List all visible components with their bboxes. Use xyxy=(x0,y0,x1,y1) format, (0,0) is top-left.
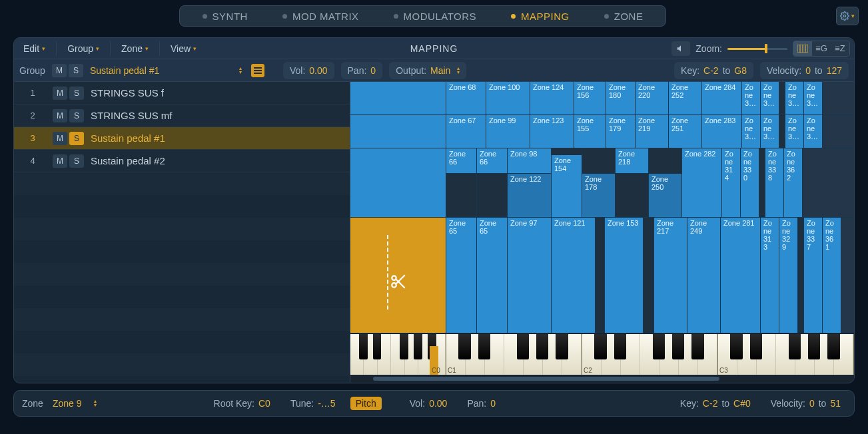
view-menu[interactable]: View▾ xyxy=(165,40,202,57)
zone-cell[interactable]: Zone 179 xyxy=(606,115,636,148)
tab-synth[interactable]: SYNTH xyxy=(185,6,265,26)
group-row[interactable]: 2 MS STRINGS SUS mf xyxy=(14,105,350,127)
zone-cell[interactable]: Zone 178 xyxy=(582,174,616,217)
vol-value[interactable]: 0.00 xyxy=(309,65,327,76)
tab-modulators[interactable]: MODULATORS xyxy=(376,6,494,26)
zone-cell[interactable]: Zone 156 xyxy=(574,82,606,114)
zone-cell[interactable]: Zo ne 3… xyxy=(785,115,804,148)
zone-cell[interactable]: Zone 282 xyxy=(682,148,722,217)
zone-vol-value[interactable]: 0.00 xyxy=(429,398,447,409)
zone-cell[interactable]: Zone 249 xyxy=(687,218,721,333)
group-solo-button[interactable]: S xyxy=(69,64,83,77)
group-row[interactable]: 3 MS Sustain pedal #1 xyxy=(14,127,350,150)
zone-cell[interactable]: Zo ne 33 0 xyxy=(741,148,759,217)
solo-button[interactable]: S xyxy=(69,109,84,122)
group-row[interactable]: 1 MS STRINGS SUS f xyxy=(14,82,350,105)
zone-cell[interactable]: Zone 250 xyxy=(649,174,682,217)
zone-cell[interactable]: Zone 220 xyxy=(636,82,669,114)
mute-button[interactable]: M xyxy=(53,109,67,122)
zone-cell[interactable]: Zone 283 xyxy=(702,115,742,148)
zone-cell[interactable]: Zo ne 3… xyxy=(804,82,823,114)
group-stepper[interactable]: ▴▾ xyxy=(239,67,242,75)
zone-map[interactable]: Zone 68 Zone 100 Zone 124 Zone 156 Zone … xyxy=(350,82,854,383)
output-stepper[interactable]: ▴▾ xyxy=(457,67,460,75)
zone-cell[interactable]: Zo ne 3… xyxy=(761,115,779,148)
zone-cell[interactable]: Zone 124 xyxy=(530,82,574,114)
solo-button[interactable]: S xyxy=(69,87,84,100)
zone-key-low[interactable]: C-2 xyxy=(703,398,718,409)
key-high-value[interactable]: G8 xyxy=(734,65,747,76)
zone-cell[interactable]: Zone 67 xyxy=(446,115,486,148)
zone-cell[interactable]: Zone 97 xyxy=(508,218,552,333)
zone-vel-low[interactable]: 0 xyxy=(809,398,815,409)
rootkey-value[interactable]: C0 xyxy=(258,398,270,409)
output-value[interactable]: Main xyxy=(430,65,450,76)
zone-cell[interactable]: Zone 281 xyxy=(721,218,761,333)
zone-cell[interactable]: Zone 99 xyxy=(486,115,530,148)
view-mode-keyboard[interactable] xyxy=(793,41,812,56)
audition-button[interactable] xyxy=(671,41,690,56)
keyboard[interactable]: C0 C1 C2 C3 xyxy=(350,333,854,375)
mute-button[interactable]: M xyxy=(53,154,67,168)
zone-cell[interactable]: Zone 251 xyxy=(669,115,702,148)
zone-cell[interactable]: Zo ne 31 3 xyxy=(761,218,779,333)
tab-mod-matrix[interactable]: MOD MATRIX xyxy=(265,6,376,26)
zone-cell[interactable]: Zone 68 xyxy=(446,82,486,114)
zone-cell[interactable]: Zone 217 xyxy=(654,218,687,333)
zone-cell[interactable]: Zo ne 36 1 xyxy=(823,218,841,333)
group-mute-button[interactable]: M xyxy=(52,64,67,77)
zone-cell[interactable]: Zo ne 36 2 xyxy=(784,148,803,217)
tab-zone[interactable]: ZONE xyxy=(587,6,661,26)
zone-cell[interactable]: Zo ne 3… xyxy=(761,82,779,114)
zone-menu[interactable]: Zone▾ xyxy=(116,40,154,57)
zone-cell[interactable] xyxy=(350,82,446,114)
velocity-low-value[interactable]: 0 xyxy=(805,65,811,76)
zoom-slider[interactable] xyxy=(727,42,787,55)
zone-cell[interactable]: Zone 65 xyxy=(477,218,508,333)
group-name-select[interactable]: Sustain pedal #1 xyxy=(90,65,230,76)
zone-cell-selected[interactable] xyxy=(350,218,446,333)
group-row[interactable]: 4 MS Sustain pedal #2 xyxy=(14,150,350,172)
zone-vel-high[interactable]: 51 xyxy=(830,398,841,409)
solo-button[interactable]: S xyxy=(69,154,84,168)
view-mode-group[interactable]: ≡G xyxy=(812,41,831,56)
zone-cell[interactable]: Zone 100 xyxy=(486,82,530,114)
zone-cell[interactable]: Zo ne 3… xyxy=(742,82,761,114)
zone-cell[interactable]: Zo ne 32 9 xyxy=(779,218,798,333)
pan-value[interactable]: 0 xyxy=(370,65,376,76)
zone-cell[interactable]: Zone 65 xyxy=(446,218,477,333)
zone-cell[interactable]: Zo ne 3… xyxy=(804,115,823,148)
view-mode-zone-list[interactable]: ≡Z xyxy=(831,41,849,56)
mute-button[interactable]: M xyxy=(53,87,67,100)
zone-cell[interactable]: Zone 98 xyxy=(508,148,552,174)
zone-cell[interactable]: Zone 66 xyxy=(477,148,508,174)
mute-button[interactable]: M xyxy=(53,132,67,145)
settings-button[interactable]: ▾ xyxy=(836,7,859,25)
zone-cell[interactable] xyxy=(350,115,446,148)
zone-pan-value[interactable]: 0 xyxy=(490,398,496,409)
zone-cell[interactable]: Zone 155 xyxy=(574,115,606,148)
group-menu[interactable]: Group▾ xyxy=(62,40,105,57)
tune-value[interactable]: -…5 xyxy=(318,398,335,409)
zone-cell[interactable]: Zone 180 xyxy=(606,82,636,114)
zone-cell[interactable]: Zone 154 xyxy=(552,155,582,217)
zone-cell[interactable]: Zone 153 xyxy=(605,218,644,333)
zone-stepper[interactable]: ▴▾ xyxy=(94,399,97,407)
tab-mapping[interactable]: MAPPING xyxy=(494,6,587,26)
group-list-icon[interactable] xyxy=(251,64,264,77)
zone-cell[interactable]: Zo ne 33 7 xyxy=(804,218,823,333)
pitch-button[interactable]: Pitch xyxy=(350,397,382,410)
edit-menu[interactable]: Edit▾ xyxy=(18,40,51,57)
zone-cell[interactable]: Zo ne 33 8 xyxy=(765,148,784,217)
zone-cell[interactable]: Zone 252 xyxy=(669,82,702,114)
zone-cell[interactable]: Zone 123 xyxy=(530,115,574,148)
zone-name-select[interactable]: Zone 9 xyxy=(53,398,82,409)
zone-cell[interactable]: Zo ne 3… xyxy=(785,82,804,114)
zone-cell[interactable]: Zone 122 xyxy=(508,174,552,217)
velocity-high-value[interactable]: 127 xyxy=(827,65,842,76)
key-low-value[interactable]: C-2 xyxy=(703,65,719,76)
zone-cell[interactable]: Zone 284 xyxy=(702,82,742,114)
zone-cell[interactable]: Zone 219 xyxy=(636,115,669,148)
horizontal-scrollbar[interactable] xyxy=(350,375,854,383)
zone-key-high[interactable]: C#0 xyxy=(733,398,751,409)
